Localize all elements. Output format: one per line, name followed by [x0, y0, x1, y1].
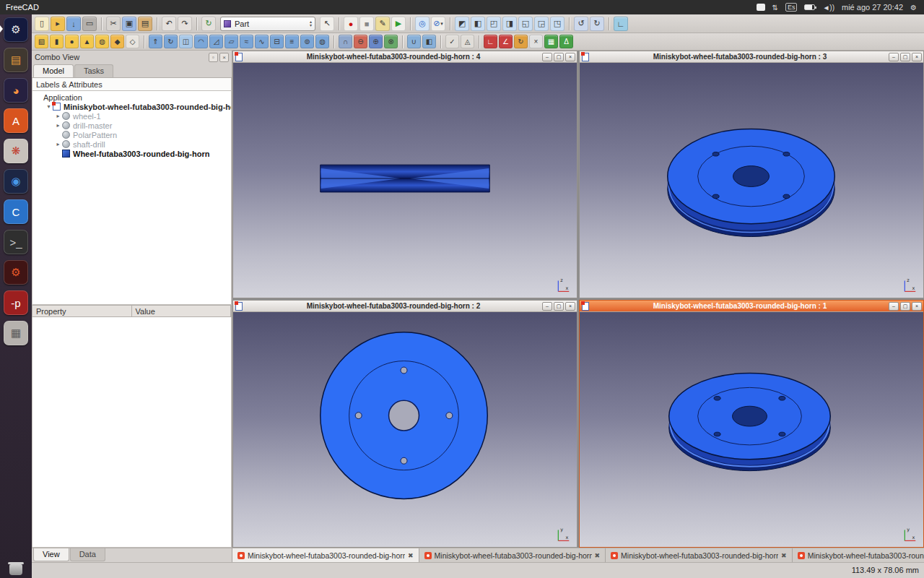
- network-sync-icon[interactable]: ⇅: [772, 4, 778, 12]
- measure-refresh-icon[interactable]: ↻: [514, 35, 528, 48]
- 3d-viewport-iso-view[interactable]: z x: [580, 63, 923, 298]
- part-primitives-icon[interactable]: ◆: [110, 35, 124, 48]
- close-button[interactable]: ×: [565, 53, 575, 61]
- launcher-item-terminal[interactable]: >_: [0, 227, 32, 257]
- active-app-title[interactable]: FreeCAD: [0, 3, 39, 12]
- tree-item-drill-master[interactable]: ▸drill-master: [32, 121, 231, 130]
- trash-launcher-item[interactable]: [0, 564, 32, 575]
- part-loft-icon[interactable]: ≈: [240, 35, 253, 48]
- property-table-body[interactable]: [32, 317, 232, 548]
- close-button[interactable]: ×: [912, 302, 922, 311]
- document-tab-4[interactable]: Miniskybot-wheel-futaba3003-rounded-big-…: [793, 548, 924, 562]
- view-right-icon[interactable]: ◨: [502, 17, 517, 31]
- close-button[interactable]: ×: [565, 302, 575, 311]
- measure-toggle-delta-icon[interactable]: Δ: [559, 35, 573, 48]
- mdi-window-4[interactable]: Miniskybot-wheel-futaba3003-rounded-big-…: [232, 51, 578, 298]
- launcher-item-blue-globe[interactable]: ◉: [0, 166, 32, 197]
- tab-close-icon[interactable]: ✖: [595, 552, 601, 559]
- tab-close-icon[interactable]: ✖: [408, 552, 414, 559]
- view-rear-icon[interactable]: ◱: [518, 17, 533, 31]
- tab-close-icon[interactable]: ✖: [781, 552, 787, 559]
- session-gear-icon[interactable]: ⚙: [910, 4, 917, 12]
- view-axonometric-icon[interactable]: ◩: [455, 17, 469, 31]
- tree-expander-icon[interactable]: ▸: [54, 141, 62, 147]
- part-cut-icon[interactable]: ⊖: [354, 35, 367, 48]
- value-column-header[interactable]: Value: [132, 306, 232, 316]
- notification-indicator-icon[interactable]: [757, 4, 765, 11]
- document-tab-2[interactable]: Miniskybot-wheel-futaba3003-rounded-big-…: [419, 548, 606, 562]
- paste-icon[interactable]: ▤: [138, 17, 152, 31]
- launcher-item-software-a[interactable]: A: [0, 105, 32, 136]
- part-fillet-icon[interactable]: ◠: [194, 35, 208, 48]
- document-tab-1[interactable]: Miniskybot-wheel-futaba3003-rounded-big-…: [232, 548, 419, 562]
- part-section-icon[interactable]: ⊟: [270, 35, 284, 48]
- part-boolean-icon[interactable]: ∩: [339, 35, 352, 48]
- tree-item-wheel-futaba3003-rounded-big-horn[interactable]: Wheel-futaba3003-rounded-big-horn: [32, 149, 231, 158]
- view-rotate-right-icon[interactable]: ↻: [590, 17, 604, 31]
- mdi-titlebar-2[interactable]: Miniskybot-wheel-futaba3003-rounded-big-…: [233, 301, 577, 312]
- tree-item-miniskybot-wheel-futaba3003-rounded-big-horn[interactable]: ▾Miniskybot-wheel-futaba3003-rounded-big…: [32, 102, 231, 111]
- view-left-icon[interactable]: ◳: [550, 17, 565, 31]
- property-column-header[interactable]: Property: [32, 306, 132, 316]
- restore-button[interactable]: ▢: [900, 302, 910, 311]
- launcher-item-chromium[interactable]: C: [0, 197, 32, 227]
- view-front-icon[interactable]: ◧: [471, 17, 485, 31]
- part-cylinder-icon[interactable]: ▮: [50, 35, 64, 48]
- minimize-button[interactable]: –: [542, 53, 552, 61]
- launcher-item-system-gear[interactable]: ⚙: [0, 257, 32, 288]
- new-document-icon[interactable]: ▯: [35, 17, 49, 31]
- tree-item-polarpattern[interactable]: PolarPattern: [32, 130, 231, 139]
- workbench-selector[interactable]: Part ▴▾: [220, 17, 315, 31]
- check-geometry-icon[interactable]: ✓: [445, 35, 459, 48]
- launcher-item-media-ball[interactable]: ❋: [0, 136, 32, 166]
- combo-tab-model[interactable]: Model: [33, 64, 74, 77]
- macro-stop-icon[interactable]: ■: [359, 17, 374, 31]
- tree-expander-icon[interactable]: ▸: [54, 122, 62, 129]
- part-sweep-icon[interactable]: ∿: [255, 35, 269, 48]
- tree-item-shaft-drill[interactable]: ▸shaft-drill: [32, 139, 231, 149]
- refresh-icon[interactable]: ↻: [201, 17, 216, 31]
- restore-button[interactable]: ▢: [554, 302, 564, 311]
- view-rotate-left-icon[interactable]: ↺: [574, 17, 588, 31]
- part-defeaturing-icon[interactable]: ◬: [461, 35, 474, 48]
- part-split-icon[interactable]: ◧: [422, 35, 436, 48]
- redo-icon[interactable]: ↷: [178, 17, 192, 31]
- close-button[interactable]: ×: [912, 53, 922, 61]
- 3d-viewport-iso-view-active[interactable]: y x: [580, 312, 923, 547]
- measure-distance-icon[interactable]: ∟: [614, 17, 628, 31]
- part-torus-icon[interactable]: ◍: [95, 35, 109, 48]
- whats-this-icon[interactable]: ↖: [320, 17, 334, 31]
- macro-edit-icon[interactable]: ✎: [375, 17, 390, 31]
- mdi-titlebar-4[interactable]: Miniskybot-wheel-futaba3003-rounded-big-…: [233, 51, 577, 63]
- combo-tab-tasks[interactable]: Tasks: [74, 64, 113, 77]
- open-document-icon[interactable]: ▸: [51, 17, 65, 31]
- tree-item-application[interactable]: Application: [32, 92, 231, 102]
- part-sphere-icon[interactable]: ●: [65, 35, 79, 48]
- part-mirror-icon[interactable]: ◫: [179, 35, 193, 48]
- minimize-button[interactable]: –: [542, 302, 552, 311]
- launcher-item-file-manager[interactable]: ▤: [0, 45, 32, 75]
- part-chamfer-icon[interactable]: ◿: [209, 35, 223, 48]
- part-revolve-icon[interactable]: ↻: [164, 35, 178, 48]
- panel-float-button[interactable]: ▫: [209, 53, 218, 62]
- part-offset-icon[interactable]: ⊚: [300, 35, 314, 48]
- view-top-icon[interactable]: ◰: [487, 17, 501, 31]
- macro-execute-icon[interactable]: ▶: [391, 17, 406, 31]
- 3d-viewport-front-view[interactable]: y x: [233, 312, 577, 547]
- part-ruled-surface-icon[interactable]: ▱: [225, 35, 238, 48]
- measure-toggle-3d-icon[interactable]: ▦: [544, 35, 558, 48]
- mdi-window-1[interactable]: Miniskybot-wheel-futaba3003-rounded-big-…: [579, 300, 924, 548]
- print-icon[interactable]: ▭: [82, 17, 97, 31]
- restore-button[interactable]: ▢: [554, 53, 564, 61]
- part-intersection-icon[interactable]: ⊗: [384, 35, 398, 48]
- panel-close-button[interactable]: ×: [219, 53, 229, 62]
- mdi-titlebar-1-active[interactable]: Miniskybot-wheel-futaba3003-rounded-big-…: [580, 301, 923, 312]
- cut-icon[interactable]: ✂: [106, 17, 121, 31]
- launcher-item-archive[interactable]: ▦: [0, 318, 32, 348]
- part-union-icon[interactable]: ⊕: [369, 35, 383, 48]
- mdi-titlebar-3[interactable]: Miniskybot-wheel-futaba3003-rounded-big-…: [580, 51, 923, 63]
- part-cross-sections-icon[interactable]: ≡: [285, 35, 299, 48]
- draw-style-icon[interactable]: ⊘▾: [431, 17, 445, 31]
- keyboard-layout-indicator[interactable]: Es: [785, 3, 798, 12]
- undo-icon[interactable]: ↶: [162, 17, 176, 31]
